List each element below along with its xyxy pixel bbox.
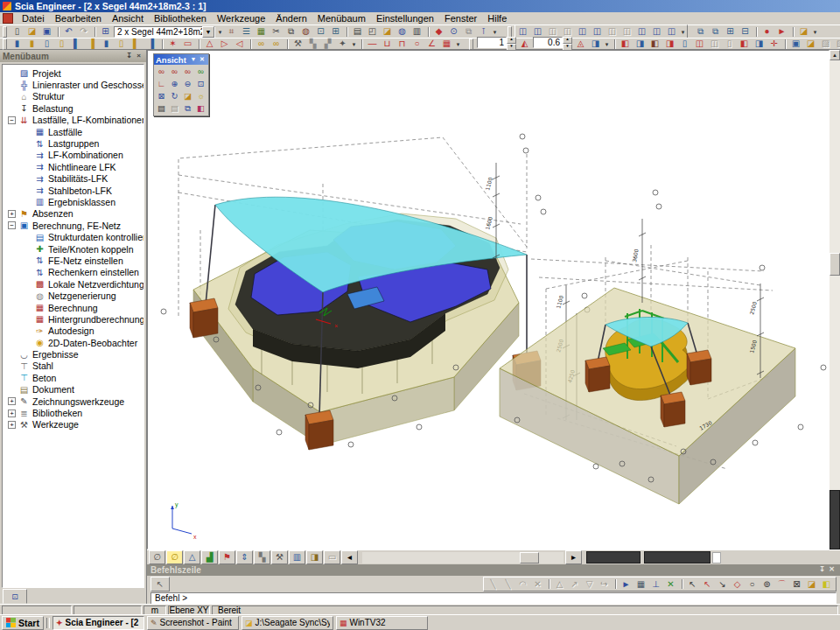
viewport-3d[interactable]: × 1100 1600 1100 2500 4250: [147, 50, 830, 550]
tree-item-autodesign[interactable]: ✑ Autodesign: [3, 326, 144, 337]
member-plate-button[interactable]: ▯: [54, 38, 69, 50]
foundation-block[interactable]: [661, 392, 685, 427]
snap-arc-point-button[interactable]: ⌒: [774, 578, 789, 590]
more-tools-arrow[interactable]: ▾: [491, 26, 499, 38]
zoom-window-button[interactable]: ⊡: [194, 78, 207, 90]
clean-button[interactable]: ◆: [431, 26, 446, 38]
node-action-5-button[interactable]: ▯: [677, 38, 692, 50]
tree-item-dokument[interactable]: ▤ Dokument: [3, 384, 144, 396]
snap-mid-button[interactable]: ↖: [700, 578, 715, 590]
menu-hilfe[interactable]: Hilfe: [482, 13, 512, 24]
document-button[interactable]: ▥: [410, 26, 424, 38]
tree-item-werkzeuge[interactable]: ⚒ Werkzeuge: [3, 419, 144, 430]
print-view-button[interactable]: ▤: [155, 102, 168, 115]
node-action-4-button[interactable]: ◨: [662, 38, 677, 50]
more-end-arrow[interactable]: ▾: [811, 26, 819, 38]
light-button[interactable]: ☼: [194, 90, 207, 102]
menu-fenster[interactable]: Fenster: [439, 13, 482, 24]
layer-link-button[interactable]: ∅: [149, 550, 165, 564]
tree-item-lf-kombinationen[interactable]: ⇉ LF-Kombinationen: [3, 150, 144, 161]
deform-scale-button[interactable]: ◬: [573, 38, 588, 50]
clipboard-view-button[interactable]: ◪: [181, 90, 194, 102]
print-preview-button[interactable]: ◰: [365, 26, 380, 38]
tree-item-projekt[interactable]: ▨ Projekt: [3, 67, 144, 79]
view-window-5-button[interactable]: ◫: [575, 26, 590, 38]
tool-hammer-button[interactable]: ⚒: [290, 38, 305, 50]
menu-ansicht[interactable]: Ansicht: [107, 13, 149, 24]
node-action-3-button[interactable]: ◧: [648, 38, 662, 50]
ansicht-palette[interactable]: Ansicht ▼ ✕ ∞∞∞∞∟⊕⊖⊡⊠↻◪☼▤▤⧉◧: [153, 53, 209, 116]
tree-item-linienraster[interactable]: ╬ Linienraster und Geschosse: [3, 79, 144, 90]
toolbar-drag-handle[interactable]: [508, 26, 512, 38]
node-star-button[interactable]: ✶: [165, 38, 180, 50]
redo-button[interactable]: ↷: [76, 26, 91, 38]
member-wall-button[interactable]: ▌: [69, 38, 84, 50]
splitter-dark-vertical[interactable]: [830, 490, 840, 550]
snap-curve-icon[interactable]: ▽: [582, 578, 597, 590]
paste-data-button[interactable]: ⧉: [708, 26, 723, 38]
view-window-1-button[interactable]: ◫: [515, 26, 530, 38]
half-view-button[interactable]: ◨: [306, 550, 323, 564]
tree-item-belastung[interactable]: ↧ Belastung: [3, 102, 144, 114]
copy-data-button[interactable]: ⧉: [693, 26, 708, 38]
open-library-button[interactable]: ◪: [796, 26, 811, 38]
child-window-icon[interactable]: [3, 13, 13, 24]
snap-grid-button[interactable]: ▦: [634, 578, 648, 590]
more-windows-arrow[interactable]: ▾: [679, 26, 687, 38]
node-action-10-button[interactable]: ◨: [752, 38, 766, 50]
cursor-mode-button[interactable]: ↖: [150, 577, 170, 592]
draw-closed-profile-button[interactable]: ⊓: [395, 38, 410, 50]
table-view-button[interactable]: ⊡: [313, 26, 328, 38]
chevron-down-icon[interactable]: ▼: [189, 55, 198, 65]
member-slab-button[interactable]: ▌: [129, 38, 144, 50]
foundation-block[interactable]: [305, 410, 333, 450]
save-button[interactable]: ▣: [39, 26, 54, 38]
member-opening-button[interactable]: ▐: [144, 38, 158, 50]
new-window-button[interactable]: ⊞: [328, 26, 343, 38]
start-button[interactable]: Start: [2, 616, 44, 630]
scale-spinner[interactable]: ▲▼: [477, 37, 516, 51]
section-button[interactable]: ⊺: [476, 26, 491, 38]
tree-item-nichtlineare-lfk[interactable]: ⇉ Nichtlineare LFK: [3, 161, 144, 172]
view-axes-icon[interactable]: ∟: [155, 78, 168, 90]
render-button[interactable]: ◍: [298, 26, 313, 38]
scroll-right-icon[interactable]: ▸: [565, 550, 582, 564]
node-action-11-button[interactable]: ✛: [766, 38, 781, 50]
tree-item-strukturdaten[interactable]: ▤ Strukturdaten kontrollieren: [3, 231, 144, 242]
scroll-up-icon[interactable]: ▲: [830, 50, 840, 60]
spinner-up-icon[interactable]: ▲: [563, 37, 572, 44]
filter-2-button[interactable]: ▨: [833, 38, 840, 50]
snap-spline-icon[interactable]: ↪: [597, 578, 612, 590]
scale-tool-button[interactable]: ◭: [517, 38, 532, 50]
snap-settings-button[interactable]: ◪: [804, 578, 819, 590]
tree-item-fe-netz[interactable]: ⇅ FE-Netz einstellen: [3, 255, 144, 266]
view-window-3-button[interactable]: ◫: [545, 26, 560, 38]
draw-circle-button[interactable]: ○: [410, 38, 424, 50]
tools-button[interactable]: ⚒: [271, 550, 288, 564]
view-left-icon[interactable]: ∞: [155, 66, 168, 78]
model-right-playground[interactable]: 3600 2500 1500 1730: [500, 190, 830, 504]
menu-einstellungen[interactable]: Einstellungen: [371, 13, 439, 24]
hinge-button[interactable]: ▷: [217, 38, 232, 50]
copy-button[interactable]: ⧉: [284, 26, 298, 38]
snap-intersect-button[interactable]: ◇: [730, 578, 745, 590]
cut-button[interactable]: ✂: [269, 26, 284, 38]
updown-button[interactable]: ⇕: [236, 550, 253, 564]
doc-view-button[interactable]: ▥: [289, 550, 305, 564]
scale-spinner-input[interactable]: [477, 37, 507, 48]
rotate-view-button[interactable]: ↻: [168, 90, 181, 102]
mesh-refine-button[interactable]: ▚: [305, 38, 320, 50]
menu-werkzeuge[interactable]: Werkzeuge: [212, 13, 270, 24]
menu-bibliotheken[interactable]: Bibliotheken: [149, 13, 212, 24]
save-view-button[interactable]: ▣: [788, 38, 803, 50]
structure-view-button[interactable]: △: [184, 550, 200, 564]
menu-aendern[interactable]: Ändern: [270, 13, 312, 24]
title-bar[interactable]: Scia Engineer - [2 x Segel 44m2+18m2-3 :…: [0, 0, 840, 12]
tree-item-stabilitaets-lfk[interactable]: ⇉ Stabilitäts-LFK: [3, 173, 144, 185]
copy-view-button[interactable]: ⧉: [181, 102, 194, 115]
tree-item-lastfaelle-gruppe[interactable]: ⇊ Lastfälle, LF-Kombinationen: [3, 115, 144, 126]
pin-icon[interactable]: ↧: [817, 565, 827, 575]
zoom-out-button[interactable]: ⊖: [181, 78, 194, 90]
view-window-9-button[interactable]: ◫: [634, 26, 649, 38]
print-view-2-button[interactable]: ▤: [168, 102, 181, 115]
